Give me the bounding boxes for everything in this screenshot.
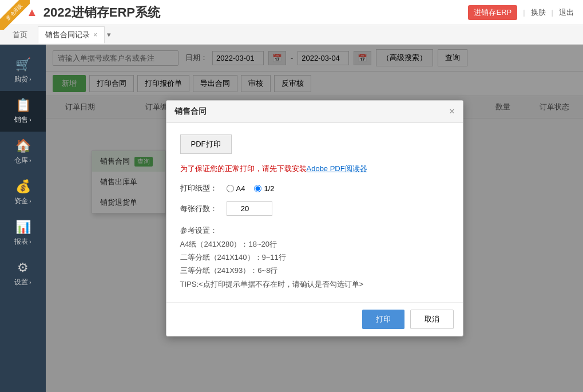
modal-overlay: 销售合同 × PDF打印 为了保证您的正常打印，请先下载安装Adobe PDF阅… bbox=[46, 45, 583, 392]
finance-arrow: › bbox=[29, 198, 31, 204]
radio-half-input[interactable] bbox=[254, 185, 261, 192]
notice-text: 为了保证您的正常打印，请先下载安装Adobe PDF阅读器 bbox=[180, 163, 449, 175]
reference-settings: 参考设置： A4纸（241X280）：18~20行 二等分纸（241X140）：… bbox=[180, 224, 449, 291]
corner-badge-label: 多仓库版 bbox=[0, 0, 30, 30]
erp-button[interactable]: 进销存ERP bbox=[468, 5, 517, 20]
app-title: 2022进销存ERP系统 bbox=[43, 4, 160, 21]
tab-dropdown-button[interactable]: ▾ bbox=[107, 30, 111, 39]
modal-close-button[interactable]: × bbox=[449, 106, 454, 117]
finance-icon: 💰 bbox=[15, 179, 31, 194]
modal-header: 销售合同 × bbox=[166, 101, 463, 123]
radio-a4-input[interactable] bbox=[227, 185, 234, 192]
radio-a4[interactable]: A4 bbox=[227, 184, 245, 193]
sales-label: 销售 bbox=[14, 115, 28, 125]
ref-title: 参考设置： bbox=[180, 224, 449, 237]
tab-close-button[interactable]: × bbox=[93, 31, 97, 39]
sidebar-item-purchase[interactable]: 🛒 购货 › bbox=[0, 50, 46, 91]
sidebar-item-warehouse[interactable]: 🏠 仓库 › bbox=[0, 132, 46, 172]
print-type-row: 打印纸型： A4 1/2 bbox=[180, 183, 449, 193]
modal-title: 销售合同 bbox=[174, 106, 207, 117]
paper-size-radio-group: A4 1/2 bbox=[227, 184, 275, 193]
tab-label: 销售合同记录 bbox=[45, 30, 90, 40]
radio-a4-label: A4 bbox=[236, 184, 245, 193]
exit-link[interactable]: 退出 bbox=[559, 7, 574, 18]
radio-half[interactable]: 1/2 bbox=[254, 184, 274, 193]
purchase-label: 购货 bbox=[14, 74, 28, 84]
adobe-link[interactable]: Adobe PDF阅读器 bbox=[307, 164, 367, 173]
rows-per-page-row: 每张行数： bbox=[180, 201, 449, 216]
sales-arrow: › bbox=[29, 117, 31, 123]
ref-line-3: TIPS:<点打印提示单据不存在时，请确认是否勾选订单> bbox=[180, 278, 449, 291]
sidebar: 🛒 购货 › 📋 销售 › 🏠 仓库 › bbox=[0, 45, 46, 392]
cancel-button[interactable]: 取消 bbox=[410, 310, 454, 329]
modal-footer: 打印 取消 bbox=[166, 302, 463, 336]
corner-badge: 多仓库版 bbox=[0, 0, 30, 30]
print-type-label: 打印纸型： bbox=[180, 183, 217, 193]
radio-half-label: 1/2 bbox=[264, 184, 274, 193]
purchase-arrow: › bbox=[29, 76, 31, 82]
sidebar-item-settings[interactable]: ⚙ 设置 › bbox=[0, 254, 46, 294]
warehouse-arrow: › bbox=[29, 157, 31, 164]
main-layout: 🛒 购货 › 📋 销售 › 🏠 仓库 › bbox=[0, 45, 583, 392]
modal-body: PDF打印 为了保证您的正常打印，请先下载安装Adobe PDF阅读器 打印纸型… bbox=[166, 123, 463, 302]
tab-bar: 首页 销售合同记录 × ▾ bbox=[0, 25, 583, 45]
top-right-actions: 进销存ERP | 换肤 | 退出 bbox=[468, 5, 574, 20]
sidebar-item-report[interactable]: 📊 报表 › bbox=[0, 213, 46, 254]
ref-line-1: 二等分纸（241X140）：9~11行 bbox=[180, 251, 449, 264]
settings-label: 设置 bbox=[14, 278, 28, 287]
finance-label: 资金 bbox=[14, 196, 28, 206]
sidebar-item-sales[interactable]: 📋 销售 › bbox=[0, 91, 46, 132]
report-label: 报表 bbox=[14, 237, 28, 247]
content-area: 日期： 📅 - 📅 （高级搜索） 查询 新增 打印合同 打印报价单 导出合同 审… bbox=[46, 45, 583, 392]
switch-skin-link[interactable]: 换肤 bbox=[531, 7, 546, 18]
top-bar: 多仓库版 ▲ 2022进销存ERP系统 进销存ERP | 换肤 | 退出 bbox=[0, 0, 583, 25]
report-arrow: › bbox=[29, 239, 31, 245]
sidebar-item-finance[interactable]: 💰 资金 › bbox=[0, 172, 46, 213]
purchase-icon: 🛒 bbox=[15, 57, 31, 72]
rows-label: 每张行数： bbox=[180, 204, 217, 214]
sales-icon: 📋 bbox=[15, 98, 31, 113]
sales-contract-modal: 销售合同 × PDF打印 为了保证您的正常打印，请先下载安装Adobe PDF阅… bbox=[166, 100, 463, 336]
settings-arrow: › bbox=[29, 279, 31, 286]
tab-sales-contract[interactable]: 销售合同记录 × bbox=[38, 26, 105, 43]
ref-line-2: 三等分纸（241X93）：6~8行 bbox=[180, 264, 449, 277]
report-icon: 📊 bbox=[15, 220, 31, 235]
pdf-print-button[interactable]: PDF打印 bbox=[180, 134, 232, 154]
rows-input[interactable] bbox=[227, 201, 272, 216]
print-button[interactable]: 打印 bbox=[362, 310, 404, 329]
ref-line-0: A4纸（241X280）：18~20行 bbox=[180, 237, 449, 251]
warehouse-label: 仓库 bbox=[14, 156, 28, 165]
settings-icon: ⚙ bbox=[17, 260, 29, 275]
warehouse-icon: 🏠 bbox=[15, 138, 31, 153]
